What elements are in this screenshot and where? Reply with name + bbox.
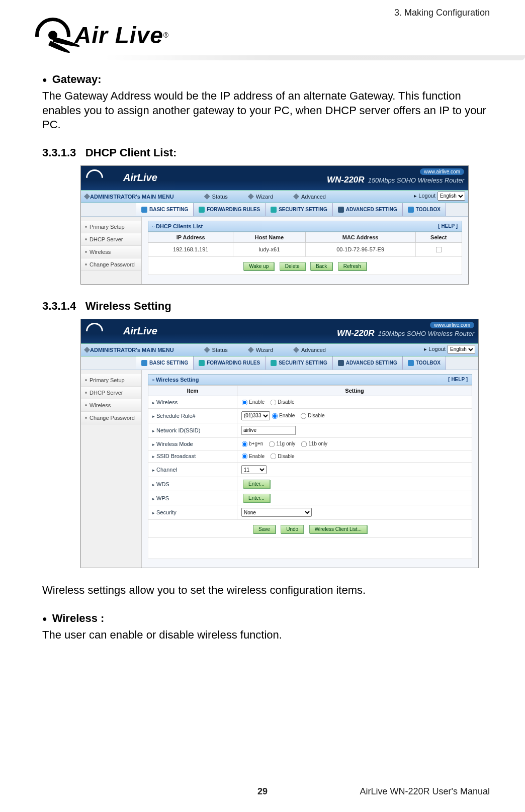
basic-icon (141, 207, 147, 213)
header-divider (101, 55, 525, 60)
wireless-client-list-button[interactable]: Wireless Client List... (309, 525, 367, 533)
schedule-disable-radio[interactable] (301, 413, 307, 419)
menu-wizard[interactable]: Wizard (248, 194, 273, 200)
delete-button[interactable]: Delete (280, 262, 305, 270)
bcast-enable-radio[interactable] (242, 454, 248, 460)
main-menu-title: ADMINISTRATOR's MAIN MENU (90, 194, 174, 200)
save-button[interactable]: Save (253, 525, 276, 533)
channel-select[interactable]: 11 (241, 465, 267, 474)
sidebar-item-dhcp-server[interactable]: DHCP Server (81, 387, 141, 399)
mode-bgn-radio[interactable] (242, 441, 248, 447)
menu-advanced[interactable]: Advanced (293, 194, 326, 200)
menu-icon (84, 347, 90, 353)
refresh-button[interactable]: Refresh (338, 262, 367, 270)
tab-basic-setting[interactable]: BASIC SETTING (136, 203, 194, 216)
tab-basic-setting[interactable]: BASIC SETTING (136, 356, 194, 370)
tab-security-setting[interactable]: SECURITY SETTING (266, 203, 333, 216)
toolbox-icon (408, 207, 414, 213)
bcast-disable-radio[interactable] (271, 454, 277, 460)
wireless-bullet-heading: Wireless : (42, 612, 490, 625)
toolbox-icon (408, 360, 414, 366)
menu-logout[interactable]: ▸ Logout (424, 346, 446, 352)
sidebar-item-primary-setup[interactable]: Primary Setup (81, 374, 141, 387)
dhcp-button-row: Wake up Delete Back Refresh (148, 257, 462, 275)
row-ssid-label: Network ID(SSID) (148, 423, 237, 437)
main-menu-bar: ADMINISTRATOR's MAIN MENU Status Wizard … (81, 190, 468, 203)
tab-advanced-setting[interactable]: ADVANCED SETTING (333, 203, 403, 216)
wireless-enable-radio[interactable] (242, 399, 248, 405)
forwarding-icon (199, 207, 205, 213)
menu-logout[interactable]: ▸ Logout (414, 193, 435, 199)
wireless-disable-radio[interactable] (271, 399, 277, 405)
menu-status[interactable]: Status (204, 194, 228, 200)
router-banner: AirLive www.airlive.com WN-220R 150Mbps … (81, 166, 468, 190)
wakeup-button[interactable]: Wake up (243, 262, 274, 270)
mini-logo-icon (86, 169, 103, 187)
ssid-input[interactable] (241, 426, 296, 435)
table-row: 192.168.1.191 ludy-x61 00-1D-72-96-57-E9 (148, 242, 462, 256)
mini-brand-text: AirLive (123, 325, 157, 337)
menu-status[interactable]: Status (204, 347, 228, 353)
gateway-description: The Gateway Address would be the IP addr… (42, 89, 490, 132)
schedule-enable-radio[interactable] (272, 413, 278, 419)
tab-forwarding-rules[interactable]: FORWARDING RULES (194, 356, 266, 370)
mode-11g-option[interactable]: 11g only (269, 441, 295, 446)
row-broadcast-label: SSID Broadcast (148, 450, 237, 463)
back-button[interactable]: Back (310, 262, 332, 270)
tab-toolbox[interactable]: TOOLBOX (403, 203, 446, 216)
menu-advanced[interactable]: Advanced (293, 347, 326, 353)
mode-11b-radio[interactable] (301, 441, 307, 447)
sidebar-item-change-password[interactable]: Change Password (81, 412, 141, 424)
wizard-icon (248, 194, 254, 200)
mode-11b-option[interactable]: 11b only (301, 441, 327, 446)
model-label: WN-220R (337, 328, 375, 338)
wps-enter-button[interactable]: Enter... (243, 494, 270, 502)
wireless-disable-option[interactable]: Disable (270, 399, 294, 405)
sidebar-item-change-password[interactable]: Change Password (81, 258, 141, 271)
section-dhcp-heading: 3.3.1.3 DHCP Client List: (42, 146, 490, 159)
sidebar-item-wireless[interactable]: Wireless (81, 246, 141, 258)
language-select[interactable]: English (448, 345, 475, 354)
advanced-icon (293, 194, 299, 200)
sidebar-item-wireless[interactable]: Wireless (81, 399, 141, 412)
row-wireless-label: Wireless (148, 396, 237, 408)
chapter-label: 3. Making Configuration (394, 8, 490, 18)
schedule-disable-option[interactable]: Disable (300, 413, 324, 418)
row-select-checkbox[interactable] (436, 246, 442, 252)
wireless-intro-text: Wireless settings allow you to set the w… (42, 583, 490, 598)
model-desc: 150Mbps SOHO Wireless Router (368, 176, 464, 184)
wireless-enable-option[interactable]: Enable (241, 399, 265, 405)
undo-button[interactable]: Undo (281, 525, 304, 533)
menu-wizard[interactable]: Wizard (248, 347, 273, 353)
advsetting-icon (338, 360, 344, 366)
status-icon (204, 194, 210, 200)
manual-title: AirLive WN-220R User's Manual (360, 786, 490, 797)
brand-url: www.airlive.com (430, 322, 474, 328)
bcast-enable-option[interactable]: Enable (241, 454, 265, 459)
tab-forwarding-rules[interactable]: FORWARDING RULES (194, 203, 266, 216)
page-number: 29 (257, 786, 268, 797)
sidebar-item-primary-setup[interactable]: Primary Setup (81, 221, 141, 233)
help-link[interactable]: [ HELP ] (448, 377, 468, 382)
tab-toolbox[interactable]: TOOLBOX (403, 356, 446, 370)
wireless-panel-header: ▫ Wireless Setting [ HELP ] (148, 374, 472, 385)
schedule-enable-option[interactable]: Enable (272, 413, 295, 418)
dhcp-clients-table: IP Address Host Name MAC Address Select … (148, 232, 462, 257)
tab-advanced-setting[interactable]: ADVANCED SETTING (333, 356, 403, 370)
tab-security-setting[interactable]: SECURITY SETTING (266, 356, 333, 370)
model-desc: 150Mbps SOHO Wireless Router (378, 330, 474, 337)
mode-bgn-option[interactable]: b+g+n (241, 441, 263, 446)
bcast-disable-option[interactable]: Disable (270, 454, 294, 459)
wds-enter-button[interactable]: Enter... (243, 480, 270, 488)
help-link[interactable]: [ HELP ] (438, 223, 458, 229)
advsetting-icon (338, 207, 344, 213)
sidebar-item-dhcp-server[interactable]: DHCP Server (81, 233, 141, 246)
sidebar: Primary Setup DHCP Server Wireless Chang… (81, 370, 142, 568)
security-select[interactable]: None (241, 508, 312, 517)
schedule-rule-select[interactable]: (01)333 (241, 411, 270, 420)
language-select[interactable]: English (438, 192, 465, 201)
mode-11g-radio[interactable] (269, 441, 275, 447)
row-mode-label: Wireless Mode (148, 437, 237, 450)
mini-brand-text: AirLive (123, 172, 157, 184)
advanced-icon (293, 347, 299, 353)
